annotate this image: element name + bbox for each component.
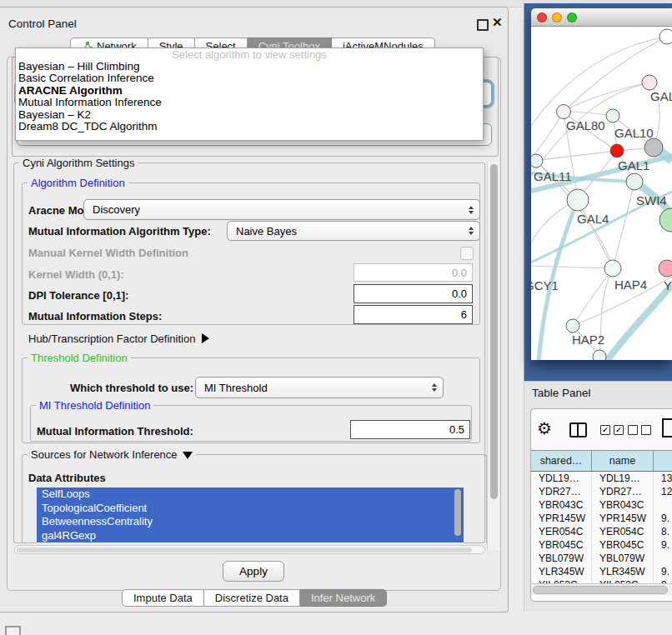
stepper-arrows-icon	[469, 222, 474, 240]
sources-group-title[interactable]: Sources for Network Inference	[28, 448, 196, 461]
network-edge[interactable]	[564, 82, 649, 112]
table-horizontal-scrollbar[interactable]	[531, 583, 672, 595]
network-node[interactable]	[557, 105, 571, 119]
table-cell[interactable]: 9.	[654, 565, 672, 578]
zoom-traffic-light-icon[interactable]	[567, 12, 577, 22]
column-header-name[interactable]: name	[592, 451, 654, 471]
manual-kernel-checkbox[interactable]	[460, 247, 474, 260]
table-cell[interactable]: 13	[654, 472, 672, 485]
table-cell[interactable]: 12	[654, 485, 672, 498]
algorithm-option[interactable]: Dream8 DC_TDC Algorithm	[16, 121, 483, 132]
tab-infer-network[interactable]: Infer Network	[300, 589, 387, 607]
table-cell[interactable]: YDR27…	[531, 485, 592, 498]
network-node[interactable]	[606, 109, 619, 122]
table-row[interactable]: YLR345WYLR345W9.	[531, 565, 672, 578]
table-cell[interactable]: 8.	[654, 525, 672, 538]
table-row[interactable]: YPR145WYPR145W9.	[531, 512, 672, 525]
minimize-traffic-light-icon[interactable]	[552, 12, 562, 22]
settings-vertical-scrollbar[interactable]	[487, 162, 499, 550]
table-cell[interactable]	[654, 498, 672, 512]
table-cell[interactable]: YER054C	[531, 525, 592, 538]
settings-horizontal-scrollbar[interactable]	[14, 545, 485, 554]
network-node[interactable]	[644, 138, 663, 157]
network-canvas-area[interactable]: GALGAL80GAL10GAL1GAL11SWI4GAL4GCY1HAP4YH…	[531, 27, 672, 360]
deselect-all-checkboxes-icon[interactable]	[628, 425, 651, 435]
data-attributes-list[interactable]: SelfLoopsTopologicalCoefficientBetweenne…	[37, 488, 464, 543]
algorithm-option[interactable]: Bayesian – K2	[16, 109, 483, 121]
table-cell[interactable]: 9.	[654, 538, 672, 552]
table-row[interactable]: YBR043CYBR043C	[531, 498, 672, 512]
select-all-checkboxes-icon[interactable]: ✓✓	[600, 425, 624, 435]
network-node[interactable]	[642, 75, 657, 90]
float-window-icon[interactable]	[477, 19, 489, 31]
mi-threshold-field[interactable]: 0.5	[350, 420, 470, 439]
table-cell[interactable]: YDL19…	[531, 472, 592, 485]
network-node[interactable]	[659, 29, 672, 44]
table-cell[interactable]: 9.	[654, 512, 672, 525]
table-row[interactable]: YBR045CYBR045C9.	[531, 538, 672, 552]
table-cell[interactable]: YBL079W	[592, 552, 654, 565]
new-table-icon[interactable]	[662, 418, 672, 438]
algorithm-option[interactable]: Mutual Information Inference	[16, 97, 483, 108]
table-cell[interactable]: YLR345W	[592, 565, 654, 578]
network-node[interactable]	[659, 208, 672, 232]
table-cell[interactable]: YBR045C	[531, 538, 592, 552]
network-node[interactable]	[626, 173, 643, 190]
mi-type-select[interactable]: Naive Bayes	[227, 221, 480, 241]
table-cell[interactable]: YER054C	[592, 525, 654, 538]
docked-panel-icon[interactable]	[5, 626, 21, 635]
table-cell[interactable]	[654, 552, 672, 565]
data-attribute-item[interactable]: gal4RGexp	[37, 529, 464, 543]
table-cell[interactable]: YBL079W	[531, 552, 592, 565]
table-cell[interactable]: YLR345W	[531, 565, 592, 578]
algorithm-option[interactable]: ARACNE Algorithm	[16, 85, 483, 97]
network-node[interactable]	[610, 144, 624, 158]
table-cell[interactable]: YPR145W	[531, 512, 592, 525]
network-edge[interactable]	[578, 200, 613, 268]
network-node[interactable]	[566, 319, 579, 332]
hub-definition-expander[interactable]: Hub/Transcription Factor Definition	[28, 332, 209, 345]
column-header-partial[interactable]	[654, 451, 672, 471]
table-cell[interactable]: YBR043C	[592, 498, 654, 512]
data-attribute-item[interactable]: TopologicalCoefficient	[37, 502, 464, 516]
table-cell[interactable]: YBR043C	[531, 498, 592, 512]
mi-steps-field[interactable]: 6	[354, 305, 473, 324]
table-cell[interactable]: YDL19…	[592, 472, 654, 485]
network-node[interactable]	[604, 260, 621, 277]
algorithm-option[interactable]: Basic Correlation Inference	[16, 72, 483, 84]
attributes-list-scrollbar[interactable]	[454, 489, 461, 536]
network-node[interactable]	[531, 154, 543, 168]
network-node[interactable]	[593, 350, 606, 360]
network-edge[interactable]	[613, 182, 634, 268]
table-row[interactable]: YER054CYER054C8.	[531, 525, 672, 538]
table-row[interactable]: YDR27…YDR27…12	[531, 485, 672, 498]
which-threshold-select[interactable]: MI Threshold	[195, 377, 444, 398]
tab-discretize-data[interactable]: Discretize Data	[204, 589, 300, 607]
network-window-titlebar[interactable]	[531, 8, 672, 27]
kernel-width-field[interactable]: 0.0	[354, 263, 473, 282]
aracne-mode-select[interactable]: Discovery	[83, 199, 480, 220]
tab-impute-data[interactable]: Impute Data	[122, 589, 204, 607]
popup-placeholder: Select algorithm to view settings	[16, 48, 483, 61]
table-cell[interactable]: YPR145W	[592, 512, 654, 525]
network-node[interactable]	[567, 189, 589, 211]
network-edge[interactable]	[531, 266, 613, 268]
gear-icon[interactable]: ⚙	[537, 418, 552, 438]
network-edge-thick[interactable]	[607, 285, 672, 360]
columns-icon[interactable]	[569, 422, 587, 438]
close-traffic-light-icon[interactable]	[537, 12, 547, 22]
table-row[interactable]: YBL079WYBL079W	[531, 552, 672, 565]
close-icon[interactable]: ✕	[492, 15, 503, 30]
table-row[interactable]: YDL19…YDL19…13	[531, 472, 672, 485]
network-node[interactable]	[659, 260, 672, 277]
column-header-shared[interactable]: shared…	[531, 451, 592, 471]
data-attribute-item[interactable]: SelfLoops	[37, 488, 464, 502]
algorithm-option[interactable]: Bayesian – Hill Climbing	[16, 61, 483, 72]
table-cell[interactable]: YDR27…	[592, 485, 654, 498]
apply-button[interactable]: Apply	[223, 561, 284, 582]
table-cell[interactable]: YBR045C	[592, 538, 654, 552]
dpi-tolerance-field[interactable]: 0.0	[354, 284, 473, 303]
data-attribute-item[interactable]: BetweennessCentrality	[37, 515, 464, 529]
network-edge[interactable]	[531, 200, 578, 266]
mi-threshold-label: Mutual Information Threshold:	[37, 425, 193, 438]
